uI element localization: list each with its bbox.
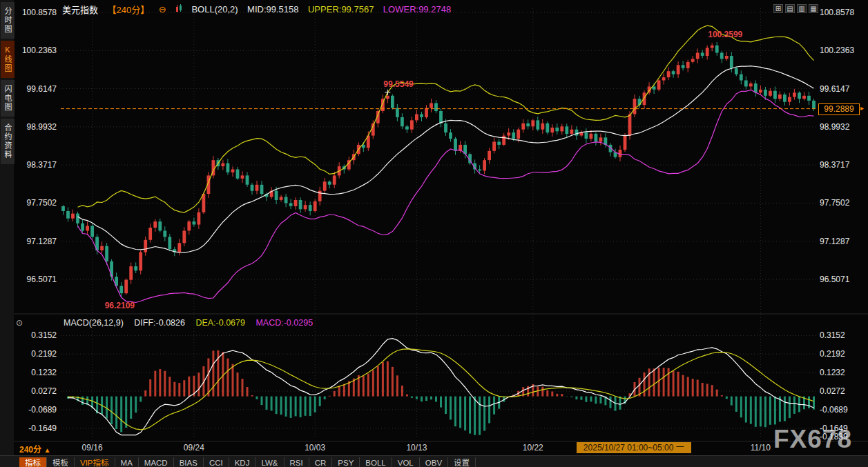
date-label: 10/13 — [401, 443, 432, 453]
price-tick-label: 98.3717 — [18, 160, 57, 170]
macd-tick-label: 0.3152 — [820, 330, 845, 340]
price-tick-label: 96.5071 — [18, 275, 57, 284]
toolbar-button[interactable]: CR — [309, 457, 333, 467]
macd-tick-label: -0.0689 — [820, 405, 848, 415]
trading-app-window: 分时图K线图闪电图合约资料 ⊙ 美元指数 【240分】 ⊖ BOLL(20,2)… — [0, 0, 868, 467]
price-tick-label: 99.6147 — [18, 84, 57, 94]
indicator-toolbar: 指标模板VIP指标MAMACDBIASCCIKDJLW&RSICRPSYBOLL… — [0, 455, 868, 467]
sidebar-tab[interactable]: 合约资料 — [1, 119, 15, 164]
sidebar-tab[interactable]: K线图 — [1, 41, 15, 78]
selected-time-range: 2025/10/27 01:00~05:00 一 — [577, 442, 691, 453]
time-axis: 2025/10/27 01:00~05:00 一 09/1609/2410/03… — [0, 442, 868, 454]
macd-tick-label: 0.2192 — [18, 349, 57, 359]
date-label: 09/24 — [179, 443, 209, 453]
toolbar-button[interactable]: MA — [115, 457, 139, 467]
chart-header: 美元指数 【240分】 ⊖ BOLL(20,2) MID:99.5158 UPP… — [62, 3, 457, 16]
collapse-icon[interactable]: ⊖ — [159, 4, 166, 14]
toolbar-button[interactable]: BIAS — [174, 457, 204, 467]
toolbar-button[interactable]: MACD — [139, 457, 174, 467]
macd-tick-label: 0.1232 — [820, 368, 845, 377]
period-tag: 【240分】 — [107, 3, 149, 16]
price-tick-label: 97.1287 — [18, 237, 57, 246]
macd-tick-label: 0.0272 — [820, 386, 845, 396]
toolbar-button[interactable]: 指标 — [19, 457, 47, 467]
period-up-arrow-icon: ▲ — [44, 446, 50, 454]
macd-tick-label: 0.0272 — [18, 386, 57, 396]
last-price-label: 99.2889 — [818, 103, 860, 115]
chart-layout-icon[interactable]: ⊞ — [773, 4, 783, 13]
sidebar: 分时图K线图闪电图合约资料 — [0, 0, 14, 467]
chart-layout-icon[interactable]: ▥ — [797, 4, 807, 13]
date-label: 10/22 — [518, 443, 548, 453]
price-tick-label: 99.6147 — [820, 84, 849, 94]
price-annotation: 100.3599 — [708, 30, 742, 39]
boll-lower-value: LOWER:99.2748 — [383, 4, 451, 14]
candles — [61, 42, 816, 297]
toolbar-button[interactable]: KDJ — [229, 457, 256, 467]
boll-mid-value: MID:99.5158 — [247, 4, 298, 14]
macd-tick-label: -0.1839 — [820, 432, 848, 441]
macd-header: MACD(26,12,9) DIFF:-0.0826 DEA:-0.0679 M… — [64, 316, 320, 328]
price-annotation: 96.2109 — [105, 301, 135, 310]
price-tick-label: 100.8578 — [820, 8, 854, 17]
toolbar-button[interactable]: CCI — [204, 457, 229, 467]
sidebar-tab[interactable]: 闪电图 — [1, 80, 15, 117]
sidebar-tab[interactable]: 分时图 — [1, 2, 15, 39]
macd-tick-label: -0.0689 — [18, 405, 57, 415]
price-tick-label: 97.7502 — [18, 198, 57, 208]
date-label: 09/16 — [77, 443, 108, 453]
candlestick-icon — [175, 4, 182, 15]
toolbar-button[interactable]: VOL — [392, 457, 420, 467]
period-selector-label: 240分 — [19, 445, 41, 455]
price-tick-label: 97.7502 — [820, 198, 849, 208]
toolbar-button[interactable]: BOLL — [360, 457, 392, 467]
toolbar-button[interactable]: 设置 — [448, 457, 476, 467]
candlestick-chart[interactable] — [0, 0, 868, 467]
period-selector[interactable]: 240分 ▲ — [19, 443, 50, 455]
price-tick-label: 98.3717 — [820, 160, 849, 170]
toolbar-button[interactable]: 模板 — [47, 457, 75, 467]
chart-layout-icon[interactable]: ▦ — [809, 4, 818, 13]
chart-layout-controls: ⊞▤▥▦ — [773, 1, 820, 14]
chart-layout-icon[interactable]: ▤ — [785, 4, 795, 13]
macd-label: MACD(26,12,9) — [64, 318, 124, 328]
boll-label: BOLL(20,2) — [191, 4, 238, 14]
macd-diff-value: DIFF:-0.0826 — [134, 318, 185, 328]
macd-tick-label: 0.2192 — [820, 349, 845, 359]
symbol-title: 美元指数 — [62, 3, 98, 16]
price-tick-label: 100.2363 — [18, 46, 57, 55]
macd-dea-value: DEA:-0.0679 — [195, 318, 245, 328]
macd-tick-label: -0.1649 — [18, 424, 57, 433]
price-annotation: 99.5549 — [383, 79, 413, 89]
gridlines — [14, 8, 868, 441]
price-tick-label: 96.5071 — [820, 275, 849, 284]
indicator-settings-icon[interactable]: ⊙ — [16, 318, 23, 328]
macd-tick-label: 0.3152 — [18, 330, 57, 340]
macd-macd-value: MACD:-0.0295 — [255, 318, 313, 328]
toolbar-button[interactable]: PSY — [332, 457, 360, 467]
macd-histogram — [64, 350, 814, 435]
macd-tick-label: 0.1232 — [18, 368, 57, 377]
price-tick-label: 100.8578 — [18, 8, 57, 17]
date-label: 10/03 — [300, 443, 330, 453]
toolbar-button[interactable]: OBV — [420, 457, 448, 467]
toolbar-button[interactable]: VIP指标 — [75, 457, 115, 467]
price-tick-label: 97.1287 — [820, 237, 849, 246]
boll-upper-value: UPPER:99.7567 — [308, 4, 374, 14]
toolbar-button[interactable]: LW& — [255, 457, 284, 467]
price-tick-label: 98.9932 — [18, 122, 57, 132]
toolbar-button[interactable]: RSI — [284, 457, 309, 467]
price-tick-label: 98.9932 — [820, 122, 849, 132]
date-label: 11/10 — [745, 443, 775, 453]
price-tick-label: 100.2363 — [820, 46, 854, 55]
last-price-arrow-icon: ▸ — [860, 104, 864, 112]
